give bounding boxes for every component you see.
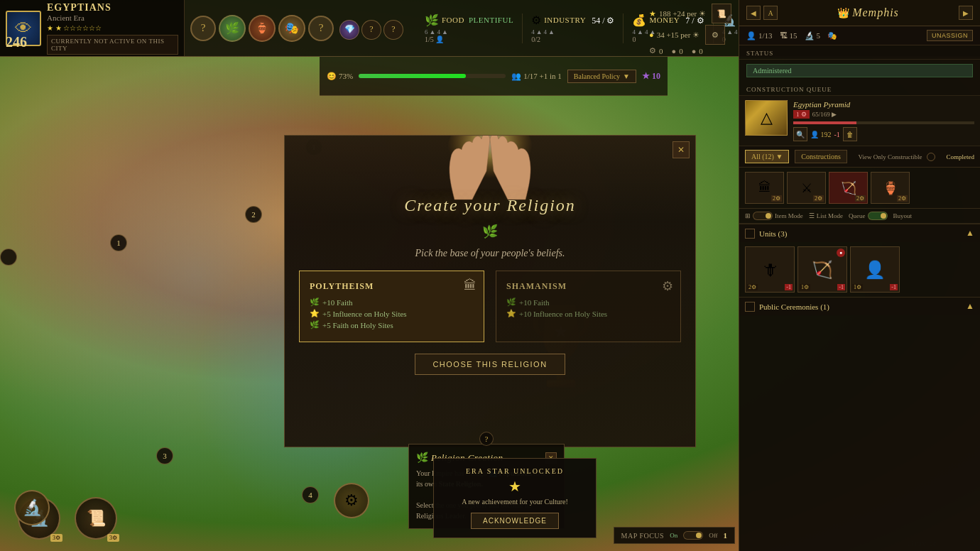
shamanism-name: Shamanism [506, 281, 670, 292]
hud-btn-brown[interactable]: 🏺 [249, 15, 276, 42]
memphis-people2: 🎭 [827, 31, 837, 40]
unit-neg-2: -1 [837, 284, 845, 290]
pop-icon: 👤 [746, 31, 756, 40]
construction-item-3[interactable]: 🏹 2⚙ [829, 172, 868, 204]
industry-section: ⚙ Industry 54 / ⚙ 4▲ 4▲ 0/2 [523, 13, 624, 43]
queue-group: Queue [849, 212, 888, 220]
polytheism-option[interactable]: Polytheism 🏛 🌿 +10 Faith ⭐ +5 Influence … [299, 271, 484, 342]
item-mode-label: Item Mode [775, 212, 803, 219]
balanced-policy-btn[interactable]: Balanced Policy ▼ [567, 70, 636, 83]
happiness-stat: 😊 73% [327, 72, 353, 81]
queue-label: Queue [849, 212, 866, 219]
ceremonies-header: Public Ceremonies (1) ▲ [739, 298, 980, 315]
memphis-title: Memphis [852, 6, 899, 19]
acknowledge-button[interactable]: Acknowledge [471, 513, 559, 529]
c-badge-1: 2⚙ [771, 195, 782, 202]
modal-title: Create your Religion [404, 196, 576, 215]
map-number-2[interactable]: 2 [245, 206, 262, 223]
hud-btn-question-1[interactable]: ? [190, 16, 216, 41]
hud-btn-green[interactable]: 🌿 [219, 15, 246, 42]
map-number-1[interactable]: 1 [110, 234, 127, 251]
modal-religion-icon: 🌿 [482, 224, 498, 239]
memphis-header: ◀ A 👑 Memphis ▶ [739, 0, 980, 26]
polytheism-name: Polytheism [310, 281, 474, 292]
tr-resource-1: ★ 188 +24 per ☀ 📜 [649, 4, 731, 23]
nav-a-button[interactable]: A [763, 6, 778, 20]
nav-next-button[interactable]: ▶ [959, 6, 973, 20]
units-expand-button[interactable]: ▲ [966, 228, 974, 239]
ceremonies-expand-button[interactable]: ▲ [966, 301, 974, 312]
unit-badge-2: 3⚙ [107, 534, 119, 542]
pyramid-delete-btn[interactable]: 🗑 [843, 127, 857, 141]
money-icon: 💰 [632, 13, 646, 27]
unit-badge-bottom-3: 1⚙ [852, 284, 863, 290]
memphis-industry-icon: 🏗 [780, 31, 788, 40]
map-number-3[interactable]: 3 [156, 447, 173, 464]
item-mode-toggle[interactable] [753, 212, 773, 220]
pyramid-thumbnail[interactable]: △ [745, 100, 788, 136]
tr-btn-2[interactable]: ⚙ [705, 25, 725, 45]
industry-header: ⚙ Industry 54 / ⚙ [531, 13, 614, 27]
queue-toggle[interactable] [868, 212, 888, 220]
hud-btn-culture[interactable]: 🎭 [278, 15, 305, 42]
pyramid-bar-container [793, 121, 974, 124]
units-header: Units (3) ▲ [739, 224, 980, 242]
constructions-label-tab[interactable]: Constructions [795, 150, 847, 163]
sub-btn-purple[interactable]: 💎 [339, 20, 359, 40]
unassign-button[interactable]: Unassign [927, 30, 973, 41]
hud-btn-question-2[interactable]: ? [308, 16, 334, 41]
map-flask-icon[interactable]: 🔬 [14, 490, 50, 525]
food-section: 🌿 Food Plentiful 6 ▲ 4 ▲ 1/5 👤 [416, 13, 523, 43]
food-status: Plentiful [469, 16, 513, 24]
shaman-faith-icon: 🌿 [506, 298, 516, 307]
pyramid-info: Egyptian Pyramid 1 ⚙ 65/169 ▶ 🔍 👤 192 -1… [793, 100, 974, 141]
map-on-toggle[interactable]: On [670, 532, 677, 539]
construction-queue: △ Egyptian Pyramid 1 ⚙ 65/169 ▶ 🔍 👤 192 … [739, 96, 980, 146]
food-icon: 🌿 [425, 13, 439, 27]
constructions-header: All (12) ▼ Constructions View Only Const… [739, 146, 980, 168]
civ-panel: 👁 Egyptians Ancient Era ★ ★ ☆☆☆☆☆☆ Curre… [0, 0, 185, 56]
civ-stars: ★ ★ ☆☆☆☆☆☆ [47, 24, 178, 32]
food-bar-2: 4 ▲ [437, 28, 447, 36]
map-focus-toggle[interactable] [683, 531, 703, 540]
hud-icon-buttons: ? 🌿 🏺 🎭 ? 💎 ? ? [185, 0, 409, 56]
unit-circle-2[interactable]: 📜 3⚙ [75, 497, 117, 540]
faith-icon-1: 🌿 [310, 298, 320, 307]
c-badge-2: 2⚙ [813, 195, 824, 202]
dropdown-icon: ▼ [623, 72, 630, 80]
nav-prev-button[interactable]: ◀ [746, 6, 761, 20]
units-checkbox[interactable] [745, 229, 755, 239]
map-gear-icon[interactable]: ⚙ [334, 483, 369, 518]
pyramid-workers: 👤 192 [810, 131, 832, 138]
modal-close-button[interactable]: ✕ [673, 141, 690, 158]
construction-item-1[interactable]: 🏛 2⚙ [745, 172, 784, 204]
happiness-bar [359, 74, 506, 78]
view-only-constructible-toggle[interactable]: View Only Constructible [859, 153, 935, 161]
policy-points: ★ 10 [642, 71, 660, 82]
shamanism-option[interactable]: Shamanism ⚙ 🌿 +10 Faith ⭐ +10 Influence … [496, 271, 681, 342]
map-number-4[interactable]: 4 [302, 486, 319, 503]
tr-resource-3: ⚙ 0 ● 0 ● 0 [649, 46, 731, 55]
buyout-label: Buyout [893, 212, 913, 219]
sub-btn-question[interactable]: ? [361, 20, 381, 40]
unit-item-2[interactable]: 🏹 ● 1⚙ -1 [797, 246, 847, 293]
coin-icon: ● [649, 31, 654, 39]
map-off-toggle[interactable]: Off [709, 532, 717, 539]
tr-btn-1[interactable]: 📜 [712, 4, 731, 23]
era-star-desc: A new achievement for your Culture! [442, 498, 587, 506]
religion-modal: Create your Religion ✕ 🌿 Pick the base o… [284, 135, 696, 447]
construction-item-4[interactable]: 🏺 2⚙ [871, 172, 910, 204]
civ-active-status: Currently not active on this city [47, 35, 178, 55]
unit-item-3[interactable]: 👤 1⚙ -1 [850, 246, 900, 293]
units-section: Units (3) ▲ 🗡 2⚙ -1 🏹 ● 1⚙ -1 👤 1⚙ -1 [739, 224, 980, 297]
industry-bar-2: 4▲ [544, 28, 555, 36]
pyramid-search-btn[interactable]: 🔍 [793, 127, 807, 141]
construction-item-2[interactable]: ⚔ 2⚙ [787, 172, 826, 204]
ceremonies-checkbox[interactable] [745, 302, 755, 312]
unit-item-1[interactable]: 🗡 2⚙ -1 [745, 246, 795, 293]
pyramid-count: 1 ⚙ [793, 110, 810, 119]
choose-religion-button[interactable]: Choose This Religion [415, 354, 565, 375]
sub-btn-question-2[interactable]: ? [383, 20, 403, 40]
unit-badge-bottom-2: 1⚙ [800, 284, 810, 290]
constructions-all-tab[interactable]: All (12) ▼ [745, 150, 789, 163]
